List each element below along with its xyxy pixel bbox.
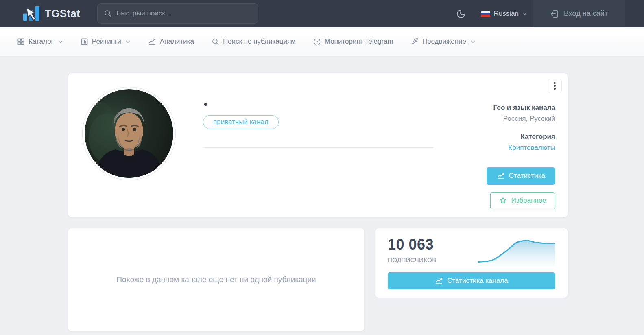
scan-icon xyxy=(313,38,321,46)
menu-item-monitoring[interactable]: Мониторинг Telegram xyxy=(313,37,393,46)
channel-statistics-button[interactable]: Статистика канала xyxy=(388,272,555,289)
russia-flag-icon xyxy=(481,11,490,17)
line-chart-icon xyxy=(435,277,443,285)
menu-item-post-search[interactable]: Поиск по публикациям xyxy=(212,37,296,46)
search-icon xyxy=(212,38,219,46)
channel-statistics-button-label: Статистика канала xyxy=(447,277,508,285)
channel-title-dot xyxy=(204,103,207,106)
menu-item-promotion[interactable]: Продвижение xyxy=(411,37,476,46)
subscribers-sparkline xyxy=(478,237,555,266)
login-icon xyxy=(550,9,559,19)
menu-label: Каталог xyxy=(28,37,54,46)
login-button[interactable]: Вход на сайт xyxy=(533,0,625,27)
private-channel-badge[interactable]: приватный канал xyxy=(203,115,279,129)
channel-profile-card: приватный канал Гео и язык канала Россия… xyxy=(68,73,568,217)
chevron-down-icon xyxy=(522,11,527,16)
chevron-down-icon xyxy=(58,39,63,44)
menu-label: Мониторинг Telegram xyxy=(325,37,393,46)
moon-icon xyxy=(456,9,466,19)
page-content: приватный канал Гео и язык канала Россия… xyxy=(68,73,568,331)
menu-item-analytics[interactable]: Аналитика xyxy=(148,37,194,46)
language-label: Russian xyxy=(494,10,519,18)
navbar-right: Russian Вход на сайт xyxy=(456,0,644,27)
menu-item-ratings[interactable]: Рейтинги xyxy=(81,37,131,46)
star-icon xyxy=(499,197,507,204)
menu-label: Продвижение xyxy=(422,37,466,46)
line-chart-icon xyxy=(148,37,156,46)
statistics-button[interactable]: Статистика xyxy=(487,167,555,185)
geo-language-label: Гео и язык канала xyxy=(493,103,555,113)
subscribers-label: подписчиков xyxy=(388,256,437,263)
dark-mode-toggle[interactable] xyxy=(456,9,466,19)
chevron-down-icon xyxy=(125,39,131,44)
statistics-button-label: Статистика xyxy=(509,172,545,180)
line-chart-icon xyxy=(497,172,505,180)
grid-icon xyxy=(17,38,25,46)
category-label: Категория xyxy=(520,132,555,142)
divider xyxy=(203,147,434,148)
tgstat-logo[interactable]: TGStat xyxy=(22,5,80,22)
avatar-photo xyxy=(85,89,173,178)
more-actions-button[interactable] xyxy=(548,79,562,93)
publications-card: Похоже в данном канале еще нет ни одной … xyxy=(68,228,364,331)
language-selector[interactable]: Russian xyxy=(481,10,527,18)
no-publications-message: Похоже в данном канале еще нет ни одной … xyxy=(116,275,316,284)
bar-chart-icon xyxy=(81,38,88,46)
favorites-button-label: Избранное xyxy=(511,197,546,205)
search-icon xyxy=(104,9,112,18)
chevron-down-icon xyxy=(470,39,476,44)
favorites-button[interactable]: Избранное xyxy=(490,192,555,209)
category-link[interactable]: Криптовалюты xyxy=(508,143,555,153)
rocket-icon xyxy=(411,38,419,46)
channel-main-info: приватный канал xyxy=(203,73,434,217)
menu-item-catalog[interactable]: Каталог xyxy=(17,37,63,46)
menu-label: Рейтинги xyxy=(92,37,121,46)
subscribers-summary: 10 063 подписчиков xyxy=(388,236,437,263)
login-label: Вход на сайт xyxy=(564,9,608,18)
channel-meta: Гео и язык канала Россия, Русский Катего… xyxy=(425,103,555,209)
main-menu: Каталог Рейтинги Аналитика Поиск по публ… xyxy=(0,27,644,56)
menu-label: Поиск по публикациям xyxy=(223,37,296,46)
search-input[interactable] xyxy=(116,9,252,18)
menu-label: Аналитика xyxy=(160,37,194,46)
subscribers-card: 10 063 подписчиков xyxy=(375,228,568,298)
kebab-icon xyxy=(554,82,556,90)
quick-search xyxy=(97,3,258,24)
top-navbar: TGStat Russian Вх xyxy=(0,0,644,27)
subscribers-count: 10 063 xyxy=(388,236,437,253)
geo-language-value: Россия, Русский xyxy=(503,114,555,124)
channel-avatar xyxy=(82,87,176,180)
brand-name: TGStat xyxy=(45,7,80,20)
tgstat-logo-icon xyxy=(22,5,40,22)
